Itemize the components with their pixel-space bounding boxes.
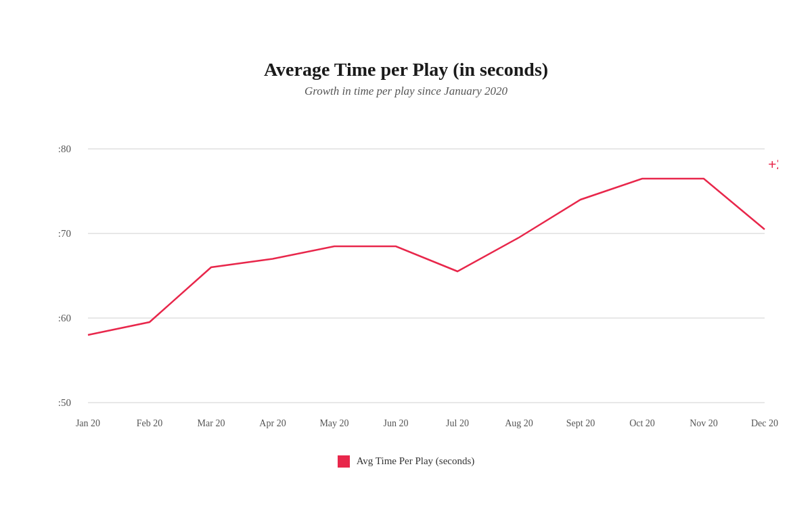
chart-title: Average Time per Play (in seconds): [34, 59, 778, 81]
legend-color-swatch: [338, 455, 350, 468]
data-line: [88, 179, 765, 335]
x-label-dec: Dec 20: [751, 418, 778, 428]
y-label-70: :70: [58, 228, 71, 239]
y-label-80: :80: [58, 143, 71, 154]
growth-label: +20.7%: [768, 156, 778, 173]
y-label-50: :50: [58, 397, 71, 408]
chart-subtitle: Growth in time per play since January 20…: [34, 85, 778, 98]
x-label-mar: Mar 20: [198, 418, 225, 428]
x-label-may: May 20: [319, 418, 348, 428]
chart-svg: :80 :70 :60 :50: [34, 118, 778, 443]
x-label-apr: Apr 20: [259, 418, 286, 428]
legend: Avg Time Per Play (seconds): [34, 455, 778, 468]
legend-label: Avg Time Per Play (seconds): [357, 455, 475, 467]
y-label-60: :60: [58, 313, 71, 323]
x-label-aug: Aug 20: [505, 418, 533, 428]
x-label-nov: Nov 20: [690, 418, 718, 428]
chart-area: :80 :70 :60 :50: [34, 118, 778, 443]
x-label-jul: Jul 20: [446, 418, 469, 428]
x-label-oct: Oct 20: [629, 418, 655, 428]
x-label-sept: Sept 20: [566, 418, 595, 428]
x-label-feb: Feb 20: [137, 418, 163, 428]
x-label-jan: Jan 20: [76, 418, 100, 428]
chart-container: Average Time per Play (in seconds) Growt…: [34, 45, 778, 474]
x-label-jun: Jun 20: [384, 418, 409, 428]
